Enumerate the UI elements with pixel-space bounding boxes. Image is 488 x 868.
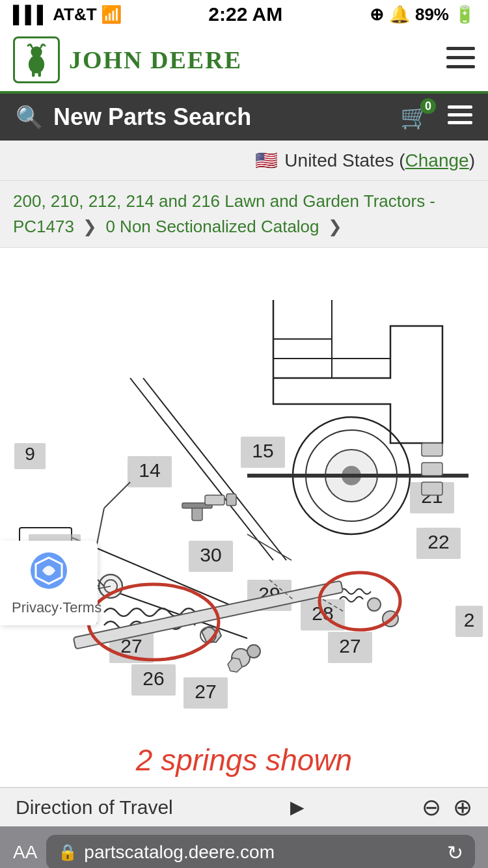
breadcrumb-arrow2: ❯ bbox=[328, 217, 342, 236]
zoom-controls: ⊖ ⊕ bbox=[422, 794, 472, 821]
terms-label[interactable]: Terms bbox=[62, 599, 102, 616]
svg-rect-12 bbox=[446, 65, 475, 68]
signal-icon: ▌▌▌ bbox=[13, 5, 49, 25]
direction-arrow-icon: ▶ bbox=[290, 796, 305, 818]
breadcrumb-part2[interactable]: 0 Non Sectionalized Catalog bbox=[105, 217, 319, 236]
country-change-link[interactable]: Change bbox=[405, 150, 469, 171]
privacy-label[interactable]: Privacy bbox=[12, 599, 59, 616]
svg-text:2: 2 bbox=[464, 609, 475, 631]
diagram-wrapper: 9 13 14 15 21 22 26 bbox=[0, 248, 488, 729]
svg-rect-15 bbox=[448, 121, 472, 124]
brand-name: John Deere bbox=[69, 46, 242, 74]
status-left: ▌▌▌ AT&T 📶 bbox=[13, 5, 122, 25]
direction-label: Direction of Travel bbox=[16, 796, 173, 819]
hamburger-menu-icon[interactable] bbox=[446, 46, 475, 75]
svg-rect-9 bbox=[38, 71, 41, 77]
caption-area: 2 springs shown bbox=[0, 729, 488, 787]
svg-rect-72 bbox=[205, 495, 224, 505]
browser-url-box[interactable]: 🔒 partscatalog.deere.com ↻ bbox=[46, 835, 475, 868]
search-right: 🛒 0 bbox=[400, 103, 472, 131]
browser-bar: AA 🔒 partscatalog.deere.com ↻ bbox=[0, 826, 488, 868]
svg-text:30: 30 bbox=[200, 544, 221, 565]
svg-point-67 bbox=[368, 598, 381, 611]
svg-text:15: 15 bbox=[252, 440, 273, 461]
status-right: ⊕ 🔔 89% 🔋 bbox=[370, 5, 475, 25]
svg-rect-74 bbox=[422, 443, 442, 456]
direction-bar: Direction of Travel ▶ ⊖ ⊕ bbox=[0, 787, 488, 826]
svg-rect-10 bbox=[446, 47, 475, 50]
svg-text:22: 22 bbox=[427, 531, 449, 552]
search-left: 🔍 New Parts Search bbox=[16, 103, 251, 131]
jd-deer-icon bbox=[20, 43, 53, 77]
jd-header: John Deere bbox=[0, 29, 488, 94]
svg-rect-11 bbox=[446, 56, 475, 59]
country-paren-close: ) bbox=[469, 150, 475, 171]
svg-text:27: 27 bbox=[195, 681, 216, 702]
cart-icon[interactable]: 🛒 0 bbox=[400, 103, 429, 131]
wifi-icon: 📶 bbox=[101, 5, 122, 25]
svg-text:27: 27 bbox=[339, 635, 360, 657]
svg-text:9: 9 bbox=[25, 444, 35, 464]
search-icon[interactable]: 🔍 bbox=[16, 104, 43, 130]
zoom-in-button[interactable]: ⊕ bbox=[453, 794, 472, 821]
alarm-icon: 🔔 bbox=[389, 5, 410, 25]
country-paren-open: ( bbox=[394, 150, 405, 171]
search-title: New Parts Search bbox=[53, 103, 251, 131]
browser-reload-icon[interactable]: ↻ bbox=[447, 841, 463, 864]
parts-diagram: 9 13 14 15 21 22 26 bbox=[0, 248, 488, 729]
zoom-out-button[interactable]: ⊖ bbox=[422, 794, 441, 821]
browser-lock-icon: 🔒 bbox=[58, 843, 77, 861]
carrier-label: AT&T bbox=[53, 5, 96, 25]
status-bar: ▌▌▌ AT&T 📶 2:22 AM ⊕ 🔔 89% 🔋 bbox=[0, 0, 488, 29]
svg-rect-14 bbox=[448, 113, 472, 116]
battery-icon: 🔋 bbox=[454, 5, 475, 25]
svg-text:26: 26 bbox=[142, 668, 164, 689]
browser-url-text: partscatalog.deere.com bbox=[84, 842, 275, 863]
breadcrumb: 200, 210, 212, 214 and 216 Lawn and Gard… bbox=[0, 181, 488, 248]
diagram-svg: 9 13 14 15 21 22 26 bbox=[0, 248, 488, 729]
svg-rect-8 bbox=[32, 71, 34, 77]
svg-rect-13 bbox=[448, 105, 472, 109]
svg-rect-75 bbox=[422, 463, 442, 476]
springs-caption: 2 springs shown bbox=[136, 743, 352, 777]
privacy-terms-text: Privacy·Terms bbox=[12, 599, 86, 616]
svg-line-3 bbox=[27, 44, 29, 46]
svg-rect-73 bbox=[226, 494, 236, 506]
cart-badge: 0 bbox=[420, 98, 436, 114]
status-time: 2:22 AM bbox=[208, 3, 282, 25]
svg-point-0 bbox=[29, 55, 44, 74]
country-flag-icon: 🇺🇸 bbox=[255, 150, 278, 171]
country-name: United States bbox=[284, 150, 394, 171]
jd-logo-box bbox=[13, 36, 60, 83]
battery-label: 89% bbox=[415, 5, 449, 25]
privacy-badge: Privacy·Terms bbox=[0, 541, 98, 625]
browser-text-size-button[interactable]: AA bbox=[13, 842, 37, 863]
svg-text:14: 14 bbox=[139, 459, 160, 481]
country-bar: 🇺🇸 United States ( Change ) bbox=[0, 141, 488, 181]
svg-rect-76 bbox=[422, 482, 442, 495]
header-menu-icon[interactable] bbox=[448, 105, 472, 130]
svg-line-6 bbox=[43, 44, 45, 46]
recaptcha-icon bbox=[12, 551, 86, 597]
search-bar: 🔍 New Parts Search 🛒 0 bbox=[0, 94, 488, 141]
location-icon: ⊕ bbox=[370, 5, 384, 25]
jd-logo-area: John Deere bbox=[13, 36, 242, 83]
svg-point-85 bbox=[247, 645, 260, 658]
breadcrumb-arrow1: ❯ bbox=[83, 217, 97, 236]
